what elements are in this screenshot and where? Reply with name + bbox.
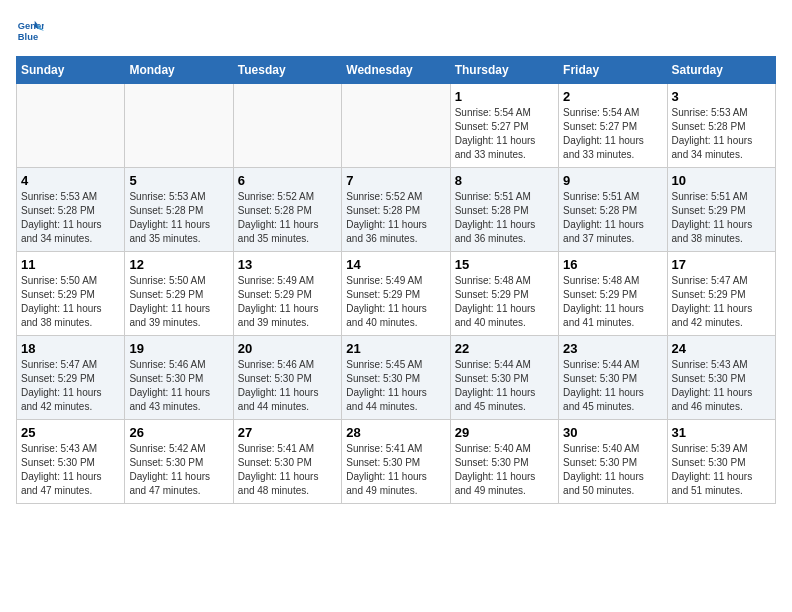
- day-info: Sunrise: 5:48 AMSunset: 5:29 PMDaylight:…: [563, 274, 662, 330]
- day-info: Sunrise: 5:47 AMSunset: 5:29 PMDaylight:…: [21, 358, 120, 414]
- day-info: Sunrise: 5:42 AMSunset: 5:30 PMDaylight:…: [129, 442, 228, 498]
- day-info: Sunrise: 5:53 AMSunset: 5:28 PMDaylight:…: [21, 190, 120, 246]
- logo: General Blue: [16, 16, 48, 44]
- day-info: Sunrise: 5:53 AMSunset: 5:28 PMDaylight:…: [672, 106, 771, 162]
- day-info: Sunrise: 5:52 AMSunset: 5:28 PMDaylight:…: [346, 190, 445, 246]
- day-cell: 23Sunrise: 5:44 AMSunset: 5:30 PMDayligh…: [559, 336, 667, 420]
- week-row-0: 1Sunrise: 5:54 AMSunset: 5:27 PMDaylight…: [17, 84, 776, 168]
- week-row-3: 18Sunrise: 5:47 AMSunset: 5:29 PMDayligh…: [17, 336, 776, 420]
- day-number: 26: [129, 425, 228, 440]
- day-number: 30: [563, 425, 662, 440]
- day-cell: 15Sunrise: 5:48 AMSunset: 5:29 PMDayligh…: [450, 252, 558, 336]
- day-cell: 14Sunrise: 5:49 AMSunset: 5:29 PMDayligh…: [342, 252, 450, 336]
- day-cell: 22Sunrise: 5:44 AMSunset: 5:30 PMDayligh…: [450, 336, 558, 420]
- day-cell: 24Sunrise: 5:43 AMSunset: 5:30 PMDayligh…: [667, 336, 775, 420]
- day-number: 2: [563, 89, 662, 104]
- header-sunday: Sunday: [17, 57, 125, 84]
- day-info: Sunrise: 5:43 AMSunset: 5:30 PMDaylight:…: [672, 358, 771, 414]
- calendar-table: SundayMondayTuesdayWednesdayThursdayFrid…: [16, 56, 776, 504]
- day-number: 13: [238, 257, 337, 272]
- day-number: 25: [21, 425, 120, 440]
- day-info: Sunrise: 5:44 AMSunset: 5:30 PMDaylight:…: [563, 358, 662, 414]
- day-info: Sunrise: 5:49 AMSunset: 5:29 PMDaylight:…: [238, 274, 337, 330]
- week-row-1: 4Sunrise: 5:53 AMSunset: 5:28 PMDaylight…: [17, 168, 776, 252]
- day-cell: [233, 84, 341, 168]
- day-info: Sunrise: 5:52 AMSunset: 5:28 PMDaylight:…: [238, 190, 337, 246]
- week-row-2: 11Sunrise: 5:50 AMSunset: 5:29 PMDayligh…: [17, 252, 776, 336]
- header-saturday: Saturday: [667, 57, 775, 84]
- day-cell: 10Sunrise: 5:51 AMSunset: 5:29 PMDayligh…: [667, 168, 775, 252]
- day-cell: 13Sunrise: 5:49 AMSunset: 5:29 PMDayligh…: [233, 252, 341, 336]
- day-info: Sunrise: 5:40 AMSunset: 5:30 PMDaylight:…: [455, 442, 554, 498]
- day-cell: 3Sunrise: 5:53 AMSunset: 5:28 PMDaylight…: [667, 84, 775, 168]
- page-header: General Blue: [16, 16, 776, 44]
- day-number: 20: [238, 341, 337, 356]
- day-cell: 8Sunrise: 5:51 AMSunset: 5:28 PMDaylight…: [450, 168, 558, 252]
- day-cell: 27Sunrise: 5:41 AMSunset: 5:30 PMDayligh…: [233, 420, 341, 504]
- day-info: Sunrise: 5:41 AMSunset: 5:30 PMDaylight:…: [346, 442, 445, 498]
- day-number: 7: [346, 173, 445, 188]
- day-number: 10: [672, 173, 771, 188]
- day-info: Sunrise: 5:46 AMSunset: 5:30 PMDaylight:…: [238, 358, 337, 414]
- day-number: 1: [455, 89, 554, 104]
- day-cell: 5Sunrise: 5:53 AMSunset: 5:28 PMDaylight…: [125, 168, 233, 252]
- day-info: Sunrise: 5:46 AMSunset: 5:30 PMDaylight:…: [129, 358, 228, 414]
- day-number: 4: [21, 173, 120, 188]
- day-info: Sunrise: 5:50 AMSunset: 5:29 PMDaylight:…: [21, 274, 120, 330]
- day-info: Sunrise: 5:53 AMSunset: 5:28 PMDaylight:…: [129, 190, 228, 246]
- day-cell: 29Sunrise: 5:40 AMSunset: 5:30 PMDayligh…: [450, 420, 558, 504]
- day-cell: 28Sunrise: 5:41 AMSunset: 5:30 PMDayligh…: [342, 420, 450, 504]
- header-wednesday: Wednesday: [342, 57, 450, 84]
- day-number: 21: [346, 341, 445, 356]
- day-cell: 19Sunrise: 5:46 AMSunset: 5:30 PMDayligh…: [125, 336, 233, 420]
- day-number: 23: [563, 341, 662, 356]
- day-cell: 17Sunrise: 5:47 AMSunset: 5:29 PMDayligh…: [667, 252, 775, 336]
- day-number: 6: [238, 173, 337, 188]
- day-info: Sunrise: 5:54 AMSunset: 5:27 PMDaylight:…: [455, 106, 554, 162]
- day-number: 9: [563, 173, 662, 188]
- day-info: Sunrise: 5:48 AMSunset: 5:29 PMDaylight:…: [455, 274, 554, 330]
- day-number: 14: [346, 257, 445, 272]
- day-cell: 21Sunrise: 5:45 AMSunset: 5:30 PMDayligh…: [342, 336, 450, 420]
- day-cell: 31Sunrise: 5:39 AMSunset: 5:30 PMDayligh…: [667, 420, 775, 504]
- logo-icon: General Blue: [16, 16, 44, 44]
- calendar-header-row: SundayMondayTuesdayWednesdayThursdayFrid…: [17, 57, 776, 84]
- day-cell: [342, 84, 450, 168]
- day-info: Sunrise: 5:43 AMSunset: 5:30 PMDaylight:…: [21, 442, 120, 498]
- day-info: Sunrise: 5:39 AMSunset: 5:30 PMDaylight:…: [672, 442, 771, 498]
- day-number: 11: [21, 257, 120, 272]
- day-number: 16: [563, 257, 662, 272]
- day-cell: [125, 84, 233, 168]
- day-info: Sunrise: 5:54 AMSunset: 5:27 PMDaylight:…: [563, 106, 662, 162]
- header-monday: Monday: [125, 57, 233, 84]
- day-info: Sunrise: 5:51 AMSunset: 5:29 PMDaylight:…: [672, 190, 771, 246]
- day-info: Sunrise: 5:41 AMSunset: 5:30 PMDaylight:…: [238, 442, 337, 498]
- day-cell: 9Sunrise: 5:51 AMSunset: 5:28 PMDaylight…: [559, 168, 667, 252]
- day-cell: 30Sunrise: 5:40 AMSunset: 5:30 PMDayligh…: [559, 420, 667, 504]
- day-info: Sunrise: 5:49 AMSunset: 5:29 PMDaylight:…: [346, 274, 445, 330]
- day-number: 28: [346, 425, 445, 440]
- day-info: Sunrise: 5:50 AMSunset: 5:29 PMDaylight:…: [129, 274, 228, 330]
- day-info: Sunrise: 5:51 AMSunset: 5:28 PMDaylight:…: [455, 190, 554, 246]
- day-info: Sunrise: 5:40 AMSunset: 5:30 PMDaylight:…: [563, 442, 662, 498]
- day-number: 29: [455, 425, 554, 440]
- day-info: Sunrise: 5:51 AMSunset: 5:28 PMDaylight:…: [563, 190, 662, 246]
- day-number: 17: [672, 257, 771, 272]
- day-number: 31: [672, 425, 771, 440]
- day-cell: 4Sunrise: 5:53 AMSunset: 5:28 PMDaylight…: [17, 168, 125, 252]
- day-cell: 11Sunrise: 5:50 AMSunset: 5:29 PMDayligh…: [17, 252, 125, 336]
- day-number: 12: [129, 257, 228, 272]
- day-cell: 2Sunrise: 5:54 AMSunset: 5:27 PMDaylight…: [559, 84, 667, 168]
- day-cell: [17, 84, 125, 168]
- day-number: 24: [672, 341, 771, 356]
- header-tuesday: Tuesday: [233, 57, 341, 84]
- day-cell: 1Sunrise: 5:54 AMSunset: 5:27 PMDaylight…: [450, 84, 558, 168]
- day-number: 27: [238, 425, 337, 440]
- day-cell: 26Sunrise: 5:42 AMSunset: 5:30 PMDayligh…: [125, 420, 233, 504]
- day-cell: 20Sunrise: 5:46 AMSunset: 5:30 PMDayligh…: [233, 336, 341, 420]
- day-info: Sunrise: 5:47 AMSunset: 5:29 PMDaylight:…: [672, 274, 771, 330]
- day-cell: 7Sunrise: 5:52 AMSunset: 5:28 PMDaylight…: [342, 168, 450, 252]
- day-cell: 12Sunrise: 5:50 AMSunset: 5:29 PMDayligh…: [125, 252, 233, 336]
- day-number: 8: [455, 173, 554, 188]
- day-info: Sunrise: 5:44 AMSunset: 5:30 PMDaylight:…: [455, 358, 554, 414]
